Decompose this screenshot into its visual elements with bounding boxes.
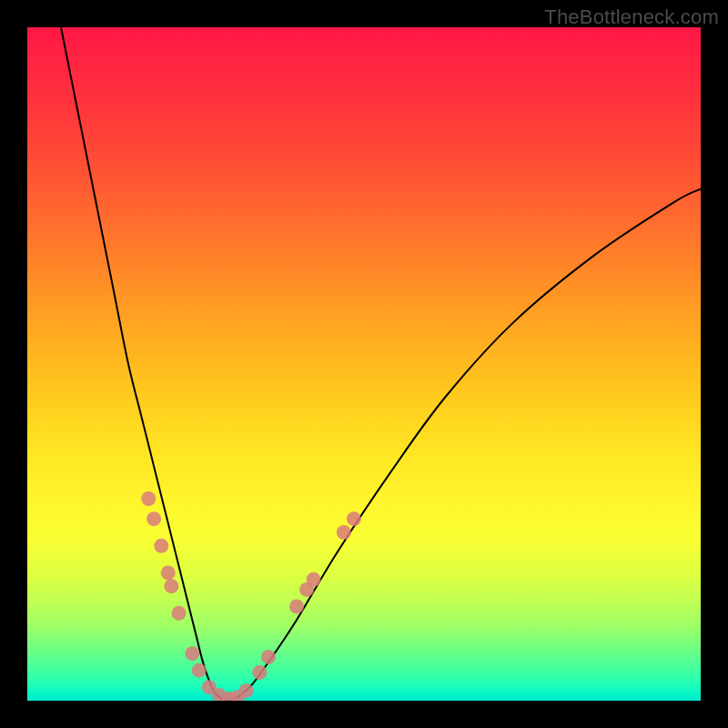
curve-marker bbox=[252, 665, 267, 680]
curve-marker bbox=[141, 491, 156, 506]
curve-marker bbox=[172, 606, 187, 621]
curve-marker bbox=[337, 525, 351, 540]
curve-marker bbox=[239, 683, 254, 698]
curve-marker bbox=[147, 511, 161, 526]
plot-area bbox=[27, 27, 701, 701]
bottleneck-curve bbox=[61, 27, 701, 701]
curve-marker bbox=[164, 579, 178, 593]
curve-marker bbox=[307, 572, 321, 587]
curve-marker bbox=[161, 565, 176, 580]
curve-marker bbox=[192, 663, 207, 678]
curve-marker bbox=[185, 646, 199, 661]
stage: TheBottleneck.com bbox=[0, 0, 728, 728]
curve-marker bbox=[347, 511, 361, 526]
chart-svg bbox=[27, 27, 701, 701]
curve-marker bbox=[261, 650, 276, 664]
curve-marker bbox=[154, 539, 168, 553]
curve-marker bbox=[289, 599, 304, 613]
watermark-text: TheBottleneck.com bbox=[544, 5, 719, 29]
